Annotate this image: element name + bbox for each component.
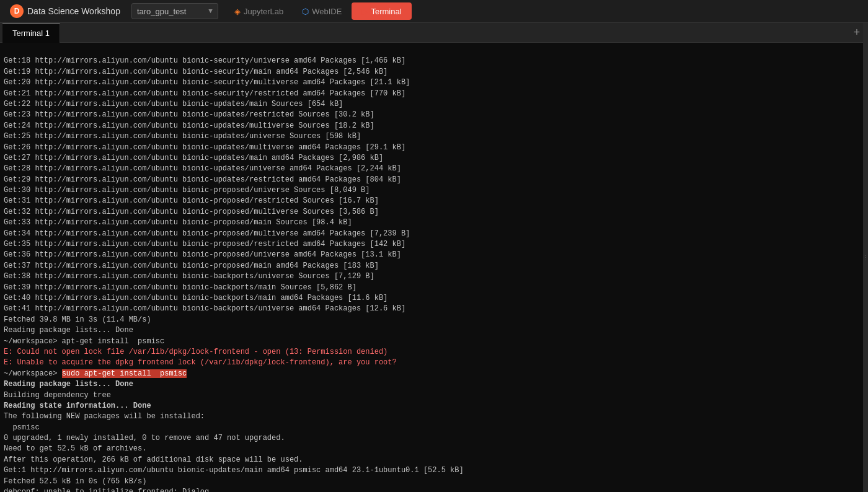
terminal-line: Need to get 52.5 kB of archives.	[4, 444, 864, 454]
terminal-output[interactable]: Get:18 http://mirrors.aliyun.com/ubuntu …	[0, 43, 868, 492]
terminal-line: Get:30 http://mirrors.aliyun.com/ubuntu …	[4, 185, 864, 196]
terminal-line: Reading package lists... Done	[4, 379, 864, 390]
terminal-line: Get:35 http://mirrors.aliyun.com/ubuntu …	[4, 239, 864, 250]
terminal-line: Get:26 http://mirrors.aliyun.com/ubuntu …	[4, 143, 864, 153]
terminal-line: Get:41 http://mirrors.aliyun.com/ubuntu …	[4, 304, 864, 314]
terminal-line: Get:40 http://mirrors.aliyun.com/ubuntu …	[4, 293, 864, 304]
workspace-name: taro_gpu_test	[137, 7, 205, 16]
terminal-line: Get:20 http://mirrors.aliyun.com/ubuntu …	[4, 77, 864, 88]
terminal-tab-1[interactable]: Terminal 1	[2, 23, 60, 43]
terminal-line: Get:38 http://mirrors.aliyun.com/ubuntu …	[4, 271, 864, 282]
terminal-tabbar: Terminal 1 +	[0, 23, 868, 43]
terminal-line: Get:22 http://mirrors.aliyun.com/ubuntu …	[4, 99, 864, 110]
tab-terminal[interactable]: ▶ Terminal	[352, 2, 411, 20]
terminal-line: Get:24 http://mirrors.aliyun.com/ubuntu …	[4, 121, 864, 131]
terminal-line: Reading state information... Done	[4, 401, 864, 411]
tab-webide-label: WebIDE	[312, 7, 342, 16]
terminal-line: Get:25 http://mirrors.aliyun.com/ubuntu …	[4, 131, 864, 142]
terminal-line: Get:39 http://mirrors.aliyun.com/ubuntu …	[4, 283, 864, 293]
terminal-line: E: Could not open lock file /var/lib/dpk…	[4, 347, 864, 358]
terminal-line: Get:31 http://mirrors.aliyun.com/ubuntu …	[4, 196, 864, 206]
app-title: Data Science Workshop	[27, 6, 120, 16]
tab-jupyterlab[interactable]: ◈ JupyterLab	[226, 2, 292, 20]
resize-handle[interactable]: ⋮	[863, 23, 868, 492]
terminal-line: Building dependency tree	[4, 390, 864, 401]
terminal-line: After this operation, 266 kB of addition…	[4, 455, 864, 465]
resize-handle-icon: ⋮	[862, 254, 868, 261]
logo-icon: D	[10, 4, 24, 18]
tab-webide[interactable]: ⬡ WebIDE	[293, 2, 350, 20]
app-logo: D Data Science Workshop	[5, 4, 125, 18]
terminal-line: Get:23 http://mirrors.aliyun.com/ubuntu …	[4, 110, 864, 120]
terminal-line: Get:1 http://mirrors.aliyun.com/ubuntu b…	[4, 465, 864, 476]
terminal-line: Get:28 http://mirrors.aliyun.com/ubuntu …	[4, 164, 864, 174]
navbar: D Data Science Workshop taro_gpu_test ▼ …	[0, 0, 868, 23]
terminal-line: psmisc	[4, 423, 864, 433]
terminal-line: Get:29 http://mirrors.aliyun.com/ubuntu …	[4, 175, 864, 185]
chevron-down-icon: ▼	[208, 7, 213, 15]
terminal-line: Reading package lists... Done	[4, 325, 864, 336]
terminal-line: ~/workspace> apt-get install psmisc	[4, 336, 864, 347]
terminal-line: The following NEW packages will be insta…	[4, 411, 864, 422]
terminal-icon: ▶	[361, 7, 368, 16]
nav-tabs: ◈ JupyterLab ⬡ WebIDE ▶ Terminal	[226, 2, 412, 20]
terminal-line: Get:37 http://mirrors.aliyun.com/ubuntu …	[4, 261, 864, 271]
tab-terminal-label: Terminal	[371, 7, 401, 16]
terminal-line: Fetched 52.5 kB in 0s (765 kB/s)	[4, 477, 864, 487]
terminal-line: Get:34 http://mirrors.aliyun.com/ubuntu …	[4, 229, 864, 239]
terminal-line: Fetched 39.8 MB in 3s (11.4 MB/s)	[4, 315, 864, 325]
terminal-line: Get:21 http://mirrors.aliyun.com/ubuntu …	[4, 89, 864, 99]
terminal-line: Get:18 http://mirrors.aliyun.com/ubuntu …	[4, 56, 864, 66]
terminal-line: E: Unable to acquire the dpkg frontend l…	[4, 358, 864, 368]
terminal-line: Get:27 http://mirrors.aliyun.com/ubuntu …	[4, 153, 864, 164]
tab-jupyterlab-label: JupyterLab	[244, 7, 283, 16]
terminal-line: debconf: unable to initialize frontend: …	[4, 487, 864, 492]
terminal-line: Get:36 http://mirrors.aliyun.com/ubuntu …	[4, 250, 864, 260]
terminal-line: Get:33 http://mirrors.aliyun.com/ubuntu …	[4, 217, 864, 228]
workspace-selector[interactable]: taro_gpu_test ▼	[131, 3, 218, 19]
terminal-line: ~/workspace> sudo apt-get install psmisc	[4, 369, 864, 379]
terminal-line: Get:19 http://mirrors.aliyun.com/ubuntu …	[4, 67, 864, 77]
jupyterlab-icon: ◈	[234, 7, 241, 16]
terminal-line: Get:32 http://mirrors.aliyun.com/ubuntu …	[4, 207, 864, 217]
terminal-line: 0 upgraded, 1 newly installed, 0 to remo…	[4, 433, 864, 444]
webide-icon: ⬡	[302, 7, 309, 16]
